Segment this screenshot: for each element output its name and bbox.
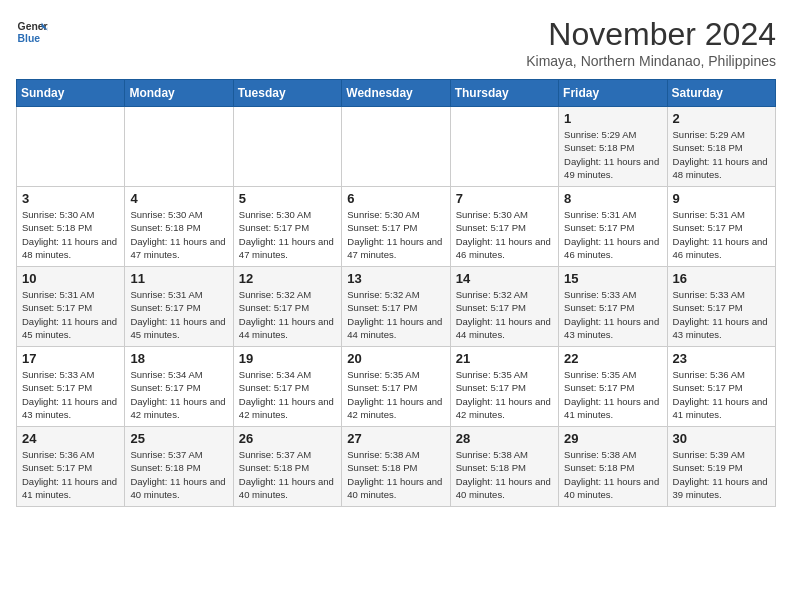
day-number: 23 bbox=[673, 351, 770, 366]
day-number: 5 bbox=[239, 191, 336, 206]
day-info: Sunrise: 5:37 AM Sunset: 5:18 PM Dayligh… bbox=[239, 448, 336, 501]
calendar-cell: 17Sunrise: 5:33 AM Sunset: 5:17 PM Dayli… bbox=[17, 347, 125, 427]
day-info: Sunrise: 5:30 AM Sunset: 5:18 PM Dayligh… bbox=[22, 208, 119, 261]
title-block: November 2024 Kimaya, Northern Mindanao,… bbox=[526, 16, 776, 69]
day-number: 18 bbox=[130, 351, 227, 366]
logo: General Blue bbox=[16, 16, 48, 48]
day-header-sunday: Sunday bbox=[17, 80, 125, 107]
day-info: Sunrise: 5:33 AM Sunset: 5:17 PM Dayligh… bbox=[564, 288, 661, 341]
day-info: Sunrise: 5:29 AM Sunset: 5:18 PM Dayligh… bbox=[673, 128, 770, 181]
calendar-cell: 14Sunrise: 5:32 AM Sunset: 5:17 PM Dayli… bbox=[450, 267, 558, 347]
day-number: 14 bbox=[456, 271, 553, 286]
calendar-cell: 8Sunrise: 5:31 AM Sunset: 5:17 PM Daylig… bbox=[559, 187, 667, 267]
day-info: Sunrise: 5:32 AM Sunset: 5:17 PM Dayligh… bbox=[456, 288, 553, 341]
day-info: Sunrise: 5:34 AM Sunset: 5:17 PM Dayligh… bbox=[130, 368, 227, 421]
day-number: 8 bbox=[564, 191, 661, 206]
day-header-saturday: Saturday bbox=[667, 80, 775, 107]
week-row-4: 17Sunrise: 5:33 AM Sunset: 5:17 PM Dayli… bbox=[17, 347, 776, 427]
day-number: 2 bbox=[673, 111, 770, 126]
svg-text:Blue: Blue bbox=[18, 33, 41, 44]
calendar-cell: 10Sunrise: 5:31 AM Sunset: 5:17 PM Dayli… bbox=[17, 267, 125, 347]
day-number: 19 bbox=[239, 351, 336, 366]
day-info: Sunrise: 5:29 AM Sunset: 5:18 PM Dayligh… bbox=[564, 128, 661, 181]
week-row-1: 1Sunrise: 5:29 AM Sunset: 5:18 PM Daylig… bbox=[17, 107, 776, 187]
day-info: Sunrise: 5:31 AM Sunset: 5:17 PM Dayligh… bbox=[22, 288, 119, 341]
day-info: Sunrise: 5:38 AM Sunset: 5:18 PM Dayligh… bbox=[347, 448, 444, 501]
calendar-cell: 9Sunrise: 5:31 AM Sunset: 5:17 PM Daylig… bbox=[667, 187, 775, 267]
day-info: Sunrise: 5:36 AM Sunset: 5:17 PM Dayligh… bbox=[673, 368, 770, 421]
week-row-2: 3Sunrise: 5:30 AM Sunset: 5:18 PM Daylig… bbox=[17, 187, 776, 267]
day-number: 6 bbox=[347, 191, 444, 206]
calendar-cell: 20Sunrise: 5:35 AM Sunset: 5:17 PM Dayli… bbox=[342, 347, 450, 427]
day-info: Sunrise: 5:30 AM Sunset: 5:17 PM Dayligh… bbox=[347, 208, 444, 261]
calendar-cell: 25Sunrise: 5:37 AM Sunset: 5:18 PM Dayli… bbox=[125, 427, 233, 507]
calendar-cell: 23Sunrise: 5:36 AM Sunset: 5:17 PM Dayli… bbox=[667, 347, 775, 427]
calendar-cell: 15Sunrise: 5:33 AM Sunset: 5:17 PM Dayli… bbox=[559, 267, 667, 347]
calendar-cell: 11Sunrise: 5:31 AM Sunset: 5:17 PM Dayli… bbox=[125, 267, 233, 347]
calendar-cell: 1Sunrise: 5:29 AM Sunset: 5:18 PM Daylig… bbox=[559, 107, 667, 187]
calendar-cell: 29Sunrise: 5:38 AM Sunset: 5:18 PM Dayli… bbox=[559, 427, 667, 507]
day-number: 25 bbox=[130, 431, 227, 446]
page-header: General Blue November 2024 Kimaya, North… bbox=[16, 16, 776, 69]
day-info: Sunrise: 5:36 AM Sunset: 5:17 PM Dayligh… bbox=[22, 448, 119, 501]
day-number: 10 bbox=[22, 271, 119, 286]
day-header-monday: Monday bbox=[125, 80, 233, 107]
calendar-cell: 12Sunrise: 5:32 AM Sunset: 5:17 PM Dayli… bbox=[233, 267, 341, 347]
day-info: Sunrise: 5:38 AM Sunset: 5:18 PM Dayligh… bbox=[564, 448, 661, 501]
calendar-cell: 3Sunrise: 5:30 AM Sunset: 5:18 PM Daylig… bbox=[17, 187, 125, 267]
day-number: 7 bbox=[456, 191, 553, 206]
day-info: Sunrise: 5:34 AM Sunset: 5:17 PM Dayligh… bbox=[239, 368, 336, 421]
calendar-cell: 16Sunrise: 5:33 AM Sunset: 5:17 PM Dayli… bbox=[667, 267, 775, 347]
calendar-cell bbox=[125, 107, 233, 187]
calendar-cell: 5Sunrise: 5:30 AM Sunset: 5:17 PM Daylig… bbox=[233, 187, 341, 267]
day-number: 17 bbox=[22, 351, 119, 366]
week-row-3: 10Sunrise: 5:31 AM Sunset: 5:17 PM Dayli… bbox=[17, 267, 776, 347]
day-number: 28 bbox=[456, 431, 553, 446]
location-title: Kimaya, Northern Mindanao, Philippines bbox=[526, 53, 776, 69]
calendar-cell bbox=[450, 107, 558, 187]
day-number: 20 bbox=[347, 351, 444, 366]
day-info: Sunrise: 5:31 AM Sunset: 5:17 PM Dayligh… bbox=[564, 208, 661, 261]
day-number: 21 bbox=[456, 351, 553, 366]
day-number: 1 bbox=[564, 111, 661, 126]
month-title: November 2024 bbox=[526, 16, 776, 53]
calendar-cell: 22Sunrise: 5:35 AM Sunset: 5:17 PM Dayli… bbox=[559, 347, 667, 427]
day-number: 30 bbox=[673, 431, 770, 446]
day-info: Sunrise: 5:30 AM Sunset: 5:17 PM Dayligh… bbox=[456, 208, 553, 261]
day-number: 27 bbox=[347, 431, 444, 446]
calendar-table: SundayMondayTuesdayWednesdayThursdayFrid… bbox=[16, 79, 776, 507]
day-number: 3 bbox=[22, 191, 119, 206]
calendar-cell: 4Sunrise: 5:30 AM Sunset: 5:18 PM Daylig… bbox=[125, 187, 233, 267]
day-header-tuesday: Tuesday bbox=[233, 80, 341, 107]
day-info: Sunrise: 5:35 AM Sunset: 5:17 PM Dayligh… bbox=[347, 368, 444, 421]
day-number: 9 bbox=[673, 191, 770, 206]
day-number: 24 bbox=[22, 431, 119, 446]
day-info: Sunrise: 5:38 AM Sunset: 5:18 PM Dayligh… bbox=[456, 448, 553, 501]
calendar-cell: 24Sunrise: 5:36 AM Sunset: 5:17 PM Dayli… bbox=[17, 427, 125, 507]
day-number: 22 bbox=[564, 351, 661, 366]
day-info: Sunrise: 5:30 AM Sunset: 5:18 PM Dayligh… bbox=[130, 208, 227, 261]
day-header-thursday: Thursday bbox=[450, 80, 558, 107]
day-info: Sunrise: 5:35 AM Sunset: 5:17 PM Dayligh… bbox=[564, 368, 661, 421]
day-info: Sunrise: 5:37 AM Sunset: 5:18 PM Dayligh… bbox=[130, 448, 227, 501]
day-info: Sunrise: 5:30 AM Sunset: 5:17 PM Dayligh… bbox=[239, 208, 336, 261]
calendar-cell bbox=[17, 107, 125, 187]
day-number: 15 bbox=[564, 271, 661, 286]
day-number: 29 bbox=[564, 431, 661, 446]
day-header-friday: Friday bbox=[559, 80, 667, 107]
day-number: 16 bbox=[673, 271, 770, 286]
day-info: Sunrise: 5:39 AM Sunset: 5:19 PM Dayligh… bbox=[673, 448, 770, 501]
day-info: Sunrise: 5:33 AM Sunset: 5:17 PM Dayligh… bbox=[22, 368, 119, 421]
day-info: Sunrise: 5:31 AM Sunset: 5:17 PM Dayligh… bbox=[673, 208, 770, 261]
day-number: 11 bbox=[130, 271, 227, 286]
day-info: Sunrise: 5:32 AM Sunset: 5:17 PM Dayligh… bbox=[239, 288, 336, 341]
calendar-cell bbox=[342, 107, 450, 187]
calendar-cell: 27Sunrise: 5:38 AM Sunset: 5:18 PM Dayli… bbox=[342, 427, 450, 507]
calendar-cell: 19Sunrise: 5:34 AM Sunset: 5:17 PM Dayli… bbox=[233, 347, 341, 427]
day-number: 4 bbox=[130, 191, 227, 206]
day-number: 12 bbox=[239, 271, 336, 286]
calendar-cell: 30Sunrise: 5:39 AM Sunset: 5:19 PM Dayli… bbox=[667, 427, 775, 507]
week-row-5: 24Sunrise: 5:36 AM Sunset: 5:17 PM Dayli… bbox=[17, 427, 776, 507]
day-number: 13 bbox=[347, 271, 444, 286]
calendar-cell: 18Sunrise: 5:34 AM Sunset: 5:17 PM Dayli… bbox=[125, 347, 233, 427]
